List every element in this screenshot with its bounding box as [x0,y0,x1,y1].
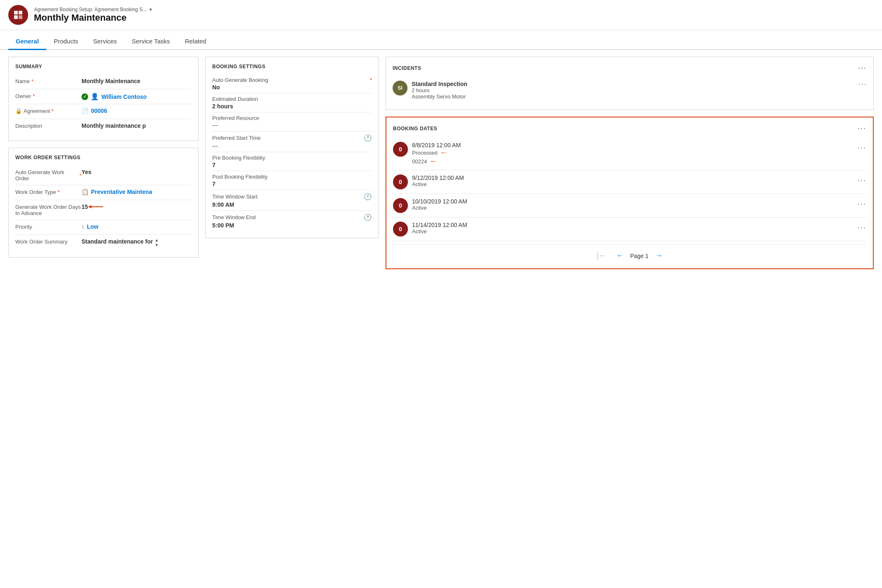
svg-rect-1 [19,11,22,14]
booking-dates-more-button[interactable]: ··· [858,124,866,133]
tab-general[interactable]: General [8,33,46,50]
prev-page-button[interactable]: ← [613,250,627,262]
breadcrumb[interactable]: Agreement Booking Setup: Agreement Booki… [34,7,152,12]
estimated-duration-value[interactable]: 2 hours [212,103,372,110]
owner-label: Owner * [15,93,81,99]
time-window-start-row: Time Window Start 🕐 9:00 AM [212,190,372,211]
generate-days-value[interactable]: 15 [81,203,192,210]
post-booking-value[interactable]: 7 [212,181,372,187]
incident-title[interactable]: Standard Inspection [412,81,855,87]
next-page-button[interactable]: → [652,250,666,262]
annotation-arrow [91,206,103,207]
date-1-title[interactable]: 9/12/2019 12:00 AM [412,174,853,181]
time-window-start-value[interactable]: 9:00 AM [212,201,372,208]
booking-dates-title: BOOKING DATES [393,126,437,131]
incidents-card: INCIDENTS ··· SI Standard Inspection 2 h… [386,57,874,110]
name-row: Name * Monthly Maintenance [15,74,192,89]
page-title: Monthly Maintenance [34,12,152,23]
scroll-down-button[interactable]: ▼ [155,243,159,247]
work-order-type-label: Work Order Type * [15,189,81,195]
booking-date-3-more-button[interactable]: ··· [858,222,866,232]
booking-date-item-2: 0 10/10/2019 12:00 AM Active ··· [393,194,866,218]
priority-value[interactable]: ↕ Low [81,223,98,230]
auto-generate-booking-value[interactable]: No [212,84,372,91]
preferred-start-time-row: Preferred Start Time 🕐 --- [212,131,372,152]
incident-info: Standard Inspection 2 hours Assembly Ser… [412,81,855,100]
svg-rect-2 [14,15,18,19]
summary-title: SUMMARY [15,64,192,69]
auto-generate-label: Auto Generate Work Order * [15,169,81,182]
app-header: Agreement Booking Setup: Agreement Booki… [0,0,882,30]
scroll-up-button[interactable]: ▲ [155,238,159,242]
incidents-title: INCIDENTS [393,65,421,71]
work-order-type-value[interactable]: 📋 Preventative Maintena [81,189,152,195]
page-label: Page 1 [630,253,648,259]
middle-column: BOOKING SETTINGS Auto Generate Booking *… [205,57,379,269]
generate-days-row: Generate Work Order Days In Advance 15 [15,200,192,220]
date-0-extra[interactable]: 00224 [412,158,427,165]
work-order-settings-title: WORK ORDER SETTINGS [15,155,192,160]
owner-row: Owner * ✓ 👤 William Contoso [15,89,192,104]
tab-service-tasks[interactable]: Service Tasks [125,33,177,50]
owner-value[interactable]: ✓ 👤 William Contoso [81,93,147,100]
name-value[interactable]: Monthly Maintenance [81,78,192,84]
post-booking-row: Post Booking Flexibility 7 [212,171,372,190]
date-circle-1: 0 [393,174,408,189]
date-circle-0: 0 [393,142,408,157]
date-3-status: Active [412,228,853,234]
work-order-type-row: Work Order Type * 📋 Preventative Mainten… [15,185,192,200]
agreement-value[interactable]: 📄 00006 [81,108,107,114]
main-content: SUMMARY Name * Monthly Maintenance Owner… [0,50,882,276]
booking-settings-card: BOOKING SETTINGS Auto Generate Booking *… [205,57,379,238]
booking-date-1-more-button[interactable]: ··· [858,174,866,185]
summary-card: SUMMARY Name * Monthly Maintenance Owner… [8,57,199,141]
lock-icon: 🔒 [15,108,22,114]
priority-label: Priority [15,224,81,230]
app-icon [8,5,28,25]
tab-products[interactable]: Products [46,33,86,50]
auto-generate-value[interactable]: Yes [81,169,192,175]
date-info-0: 8/8/2019 12:00 AM Processed ← 00224 ← [412,142,853,166]
booking-date-item-0: 0 8/8/2019 12:00 AM Processed ← 00224 ← … [393,138,866,170]
description-label: Description [15,123,81,129]
work-order-summary-row: Work Order Summary Standard maintenance … [15,235,192,251]
name-label: Name * [15,78,81,84]
date-info-1: 9/12/2019 12:00 AM Active [412,174,853,187]
first-page-button[interactable]: |← [593,250,609,262]
date-info-2: 10/10/2019 12:00 AM Active [412,198,853,211]
incident-avatar: SI [393,81,407,96]
tab-related[interactable]: Related [177,33,214,50]
work-order-summary-label: Work Order Summary [15,239,81,245]
estimated-duration-row: Estimated Duration 2 hours [212,93,372,112]
incidents-more-button[interactable]: ··· [858,64,867,72]
booking-date-0-more-button[interactable]: ··· [858,142,866,152]
preferred-start-time-value[interactable]: --- [212,143,372,149]
booking-settings-title: BOOKING SETTINGS [212,64,372,69]
document-icon: 📄 [81,108,89,114]
sort-icon: ↕ [81,223,84,230]
booking-date-item-1: 0 9/12/2019 12:00 AM Active ··· [393,170,866,194]
work-order-summary-value[interactable]: Standard maintenance for ▲ ▼ [81,238,192,247]
check-icon: ✓ [81,93,88,100]
tab-services[interactable]: Services [86,33,125,50]
generate-days-label: Generate Work Order Days In Advance [15,204,81,216]
nav-tabs: General Products Services Service Tasks … [0,33,882,50]
date-0-title[interactable]: 8/8/2019 12:00 AM [412,142,853,148]
description-value[interactable]: Monthly maintenance p [81,122,192,129]
auto-generate-booking-row: Auto Generate Booking * No [212,74,372,93]
booking-date-2-more-button[interactable]: ··· [858,198,866,208]
incidents-card-header: INCIDENTS ··· [393,64,867,72]
svg-rect-0 [14,11,18,14]
processed-arrow: ← [440,148,447,157]
date-info-3: 11/14/2019 12:00 AM Active [412,222,853,234]
time-window-end-value[interactable]: 5:00 PM [212,222,372,229]
pre-booking-value[interactable]: 7 [212,162,372,168]
time-window-end-row: Time Window End 🕐 5:00 PM [212,211,372,231]
date-2-title[interactable]: 10/10/2019 12:00 AM [412,198,853,205]
incident-item-more-button[interactable]: ··· [859,81,867,88]
dropdown-icon[interactable]: ▾ [149,7,152,12]
priority-row: Priority ↕ Low [15,220,192,235]
preferred-resource-value[interactable]: --- [212,122,372,129]
work-order-settings-card: WORK ORDER SETTINGS Auto Generate Work O… [8,148,199,258]
date-3-title[interactable]: 11/14/2019 12:00 AM [412,222,853,228]
